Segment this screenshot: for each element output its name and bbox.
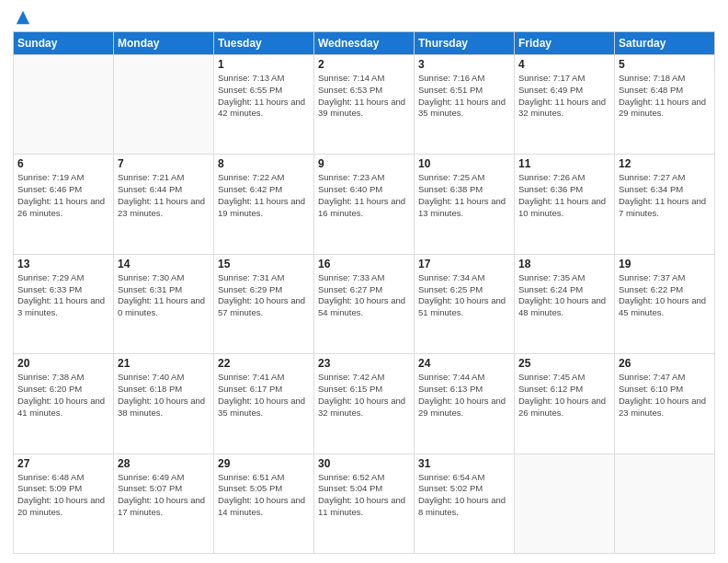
day-number: 16 [318,258,410,270]
calendar-cell: 22Sunrise: 7:41 AM Sunset: 6:17 PM Dayli… [214,354,314,454]
day-number: 25 [518,357,610,370]
svg-marker-0 [17,11,29,24]
day-number: 12 [619,157,711,170]
calendar-cell [14,55,114,155]
calendar-cell: 27Sunrise: 6:48 AM Sunset: 5:09 PM Dayli… [14,454,114,553]
calendar-cell: 15Sunrise: 7:31 AM Sunset: 6:29 PM Dayli… [214,254,314,353]
calendar-week-4: 20Sunrise: 7:38 AM Sunset: 6:20 PM Dayli… [14,354,715,454]
weekday-header-sunday: Sunday [14,32,114,55]
day-info: Sunrise: 7:40 AM Sunset: 6:18 PM Dayligh… [118,372,210,419]
calendar-week-1: 1Sunrise: 7:13 AM Sunset: 6:55 PM Daylig… [14,55,715,155]
day-info: Sunrise: 7:45 AM Sunset: 6:12 PM Dayligh… [518,372,610,419]
day-number: 26 [619,357,711,370]
day-info: Sunrise: 6:52 AM Sunset: 5:04 PM Dayligh… [318,472,410,519]
calendar-cell: 26Sunrise: 7:47 AM Sunset: 6:10 PM Dayli… [615,354,715,454]
day-info: Sunrise: 7:17 AM Sunset: 6:49 PM Dayligh… [518,73,610,120]
day-info: Sunrise: 7:41 AM Sunset: 6:17 PM Dayligh… [218,372,310,419]
calendar-cell: 29Sunrise: 6:51 AM Sunset: 5:05 PM Dayli… [214,454,314,553]
day-number: 10 [418,157,510,170]
day-number: 21 [118,357,210,370]
day-info: Sunrise: 7:18 AM Sunset: 6:48 PM Dayligh… [619,73,711,120]
weekday-header-tuesday: Tuesday [214,32,314,55]
weekday-header-monday: Monday [114,32,214,55]
day-info: Sunrise: 7:30 AM Sunset: 6:31 PM Dayligh… [118,272,210,319]
weekday-header-thursday: Thursday [415,32,515,55]
calendar-cell: 3Sunrise: 7:16 AM Sunset: 6:51 PM Daylig… [415,55,515,155]
day-number: 24 [418,357,510,370]
calendar-cell: 19Sunrise: 7:37 AM Sunset: 6:22 PM Dayli… [615,254,715,353]
day-number: 22 [218,357,310,370]
calendar-cell: 10Sunrise: 7:25 AM Sunset: 6:38 PM Dayli… [415,155,515,254]
calendar-cell [615,454,715,553]
calendar-cell: 7Sunrise: 7:21 AM Sunset: 6:44 PM Daylig… [114,155,214,254]
calendar-week-3: 13Sunrise: 7:29 AM Sunset: 6:33 PM Dayli… [14,254,715,353]
day-info: Sunrise: 7:44 AM Sunset: 6:13 PM Dayligh… [418,372,510,419]
logo-icon [15,9,31,26]
weekday-header-saturday: Saturday [615,32,715,55]
weekday-header-wednesday: Wednesday [314,32,415,55]
day-info: Sunrise: 7:47 AM Sunset: 6:10 PM Dayligh… [619,372,711,419]
calendar-cell: 11Sunrise: 7:26 AM Sunset: 6:36 PM Dayli… [515,155,615,254]
calendar-cell: 2Sunrise: 7:14 AM Sunset: 6:53 PM Daylig… [314,55,415,155]
day-number: 6 [17,157,109,170]
calendar-cell: 14Sunrise: 7:30 AM Sunset: 6:31 PM Dayli… [114,254,214,353]
logo [13,9,31,26]
weekday-header-friday: Friday [515,32,615,55]
day-info: Sunrise: 7:37 AM Sunset: 6:22 PM Dayligh… [619,272,711,319]
day-number: 5 [619,58,711,71]
day-info: Sunrise: 7:31 AM Sunset: 6:29 PM Dayligh… [218,272,310,319]
calendar-cell: 1Sunrise: 7:13 AM Sunset: 6:55 PM Daylig… [214,55,314,155]
day-number: 27 [17,457,109,470]
calendar-cell: 20Sunrise: 7:38 AM Sunset: 6:20 PM Dayli… [14,354,114,454]
day-info: Sunrise: 7:42 AM Sunset: 6:15 PM Dayligh… [318,372,410,419]
day-info: Sunrise: 6:54 AM Sunset: 5:02 PM Dayligh… [418,472,510,519]
day-info: Sunrise: 6:48 AM Sunset: 5:09 PM Dayligh… [17,472,109,519]
calendar-cell: 13Sunrise: 7:29 AM Sunset: 6:33 PM Dayli… [14,254,114,353]
calendar-cell: 9Sunrise: 7:23 AM Sunset: 6:40 PM Daylig… [314,155,415,254]
day-info: Sunrise: 6:51 AM Sunset: 5:05 PM Dayligh… [218,472,310,519]
day-number: 7 [118,157,210,170]
day-info: Sunrise: 7:33 AM Sunset: 6:27 PM Dayligh… [318,272,410,319]
page: SundayMondayTuesdayWednesdayThursdayFrid… [0,0,728,563]
day-number: 14 [118,258,210,270]
calendar-cell: 8Sunrise: 7:22 AM Sunset: 6:42 PM Daylig… [214,155,314,254]
day-number: 4 [518,58,610,71]
calendar-cell: 5Sunrise: 7:18 AM Sunset: 6:48 PM Daylig… [615,55,715,155]
day-info: Sunrise: 7:22 AM Sunset: 6:42 PM Dayligh… [218,172,310,219]
calendar-week-2: 6Sunrise: 7:19 AM Sunset: 6:46 PM Daylig… [14,155,715,254]
calendar-cell [515,454,615,553]
calendar-cell: 23Sunrise: 7:42 AM Sunset: 6:15 PM Dayli… [314,354,415,454]
day-info: Sunrise: 7:25 AM Sunset: 6:38 PM Dayligh… [418,172,510,219]
calendar-cell: 16Sunrise: 7:33 AM Sunset: 6:27 PM Dayli… [314,254,415,353]
calendar-cell: 28Sunrise: 6:49 AM Sunset: 5:07 PM Dayli… [114,454,214,553]
calendar-cell: 25Sunrise: 7:45 AM Sunset: 6:12 PM Dayli… [515,354,615,454]
day-info: Sunrise: 7:14 AM Sunset: 6:53 PM Dayligh… [318,73,410,120]
day-info: Sunrise: 7:13 AM Sunset: 6:55 PM Dayligh… [218,73,310,120]
day-number: 28 [118,457,210,470]
day-number: 29 [218,457,310,470]
calendar-cell: 18Sunrise: 7:35 AM Sunset: 6:24 PM Dayli… [515,254,615,353]
calendar-week-5: 27Sunrise: 6:48 AM Sunset: 5:09 PM Dayli… [14,454,715,553]
calendar-cell: 6Sunrise: 7:19 AM Sunset: 6:46 PM Daylig… [14,155,114,254]
day-info: Sunrise: 7:35 AM Sunset: 6:24 PM Dayligh… [518,272,610,319]
calendar-cell: 24Sunrise: 7:44 AM Sunset: 6:13 PM Dayli… [415,354,515,454]
calendar-cell: 31Sunrise: 6:54 AM Sunset: 5:02 PM Dayli… [415,454,515,553]
day-info: Sunrise: 7:27 AM Sunset: 6:34 PM Dayligh… [619,172,711,219]
day-info: Sunrise: 7:23 AM Sunset: 6:40 PM Dayligh… [318,172,410,219]
day-number: 20 [17,357,109,370]
day-number: 11 [518,157,610,170]
day-number: 17 [418,258,510,270]
day-number: 8 [218,157,310,170]
day-info: Sunrise: 7:29 AM Sunset: 6:33 PM Dayligh… [17,272,109,319]
day-number: 30 [318,457,410,470]
day-number: 31 [418,457,510,470]
day-number: 19 [619,258,711,270]
calendar-table: SundayMondayTuesdayWednesdayThursdayFrid… [13,31,715,554]
day-number: 2 [318,58,410,71]
calendar-cell: 21Sunrise: 7:40 AM Sunset: 6:18 PM Dayli… [114,354,214,454]
day-number: 9 [318,157,410,170]
day-info: Sunrise: 7:38 AM Sunset: 6:20 PM Dayligh… [17,372,109,419]
calendar-cell: 30Sunrise: 6:52 AM Sunset: 5:04 PM Dayli… [314,454,415,553]
header [13,9,715,26]
day-number: 1 [218,58,310,71]
